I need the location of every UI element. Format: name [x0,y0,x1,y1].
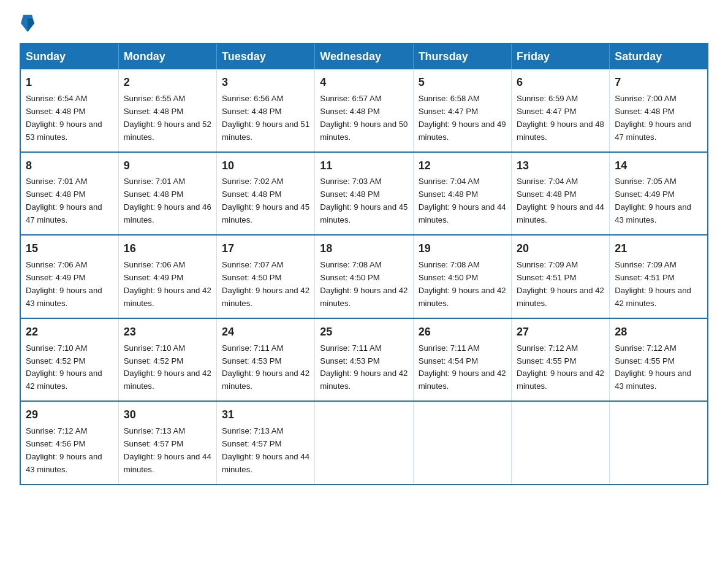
day-cell: 26Sunrise: 7:11 AMSunset: 4:54 PMDayligh… [413,318,511,402]
col-header-sunday: Sunday [20,44,118,69]
sunrise-info: Sunrise: 7:11 AM [222,343,283,353]
calendar-table: SundayMondayTuesdayWednesdayThursdayFrid… [20,43,708,485]
daylight-info: Daylight: 9 hours and 43 minutes. [26,286,102,308]
daylight-info: Daylight: 9 hours and 42 minutes. [419,369,506,391]
day-cell: 19Sunrise: 7:08 AMSunset: 4:50 PMDayligh… [413,235,511,318]
day-number: 13 [517,158,604,175]
week-row-1: 1Sunrise: 6:54 AMSunset: 4:48 PMDaylight… [20,69,708,152]
daylight-info: Daylight: 9 hours and 45 minutes. [320,202,408,224]
day-number: 10 [222,158,309,175]
day-cell: 22Sunrise: 7:10 AMSunset: 4:52 PMDayligh… [20,318,118,402]
sunset-info: Sunset: 4:50 PM [222,273,282,282]
sunset-info: Sunset: 4:48 PM [26,107,86,116]
day-cell: 27Sunrise: 7:12 AMSunset: 4:55 PMDayligh… [511,318,609,402]
daylight-info: Daylight: 9 hours and 43 minutes. [26,452,102,474]
sunrise-info: Sunrise: 6:57 AM [320,94,381,103]
sunrise-info: Sunrise: 6:55 AM [124,94,185,103]
day-number: 15 [26,240,113,258]
daylight-info: Daylight: 9 hours and 47 minutes. [615,120,691,142]
sunset-info: Sunset: 4:55 PM [517,356,577,366]
day-cell: 4Sunrise: 6:57 AMSunset: 4:48 PMDaylight… [315,69,413,152]
day-number: 26 [419,324,506,341]
day-cell: 30Sunrise: 7:13 AMSunset: 4:57 PMDayligh… [118,401,216,484]
day-cell: 16Sunrise: 7:06 AMSunset: 4:49 PMDayligh… [118,235,216,318]
daylight-info: Daylight: 9 hours and 42 minutes. [26,369,102,391]
sunset-info: Sunset: 4:52 PM [26,356,86,366]
sunset-info: Sunset: 4:47 PM [419,107,479,116]
sunset-info: Sunset: 4:48 PM [517,190,577,199]
day-cell [610,401,708,484]
daylight-info: Daylight: 9 hours and 42 minutes. [124,369,211,391]
sunrise-info: Sunrise: 7:12 AM [615,343,676,353]
sunset-info: Sunset: 4:48 PM [26,190,86,199]
day-cell [413,401,511,484]
day-cell: 15Sunrise: 7:06 AMSunset: 4:49 PMDayligh… [20,235,118,318]
day-cell: 5Sunrise: 6:58 AMSunset: 4:47 PMDaylight… [413,69,511,152]
daylight-info: Daylight: 9 hours and 45 minutes. [222,202,309,224]
day-cell: 13Sunrise: 7:04 AMSunset: 4:48 PMDayligh… [511,152,609,236]
day-cell: 9Sunrise: 7:01 AMSunset: 4:48 PMDaylight… [118,152,216,236]
sunset-info: Sunset: 4:49 PM [26,273,86,282]
sunset-info: Sunset: 4:48 PM [222,190,282,199]
day-number: 20 [517,240,604,258]
daylight-info: Daylight: 9 hours and 42 minutes. [222,286,309,308]
day-cell [511,401,609,484]
day-number: 18 [320,240,408,258]
sunset-info: Sunset: 4:47 PM [517,107,577,116]
sunrise-info: Sunrise: 7:11 AM [419,343,480,353]
day-number: 6 [517,74,604,91]
day-cell: 2Sunrise: 6:55 AMSunset: 4:48 PMDaylight… [118,69,216,152]
day-cell: 3Sunrise: 6:56 AMSunset: 4:48 PMDaylight… [217,69,315,152]
day-cell: 8Sunrise: 7:01 AMSunset: 4:48 PMDaylight… [20,152,118,236]
day-cell: 21Sunrise: 7:09 AMSunset: 4:51 PMDayligh… [610,235,708,318]
daylight-info: Daylight: 9 hours and 42 minutes. [517,369,604,391]
sunrise-info: Sunrise: 7:09 AM [615,260,676,269]
sunrise-info: Sunrise: 7:12 AM [517,343,578,353]
col-header-tuesday: Tuesday [217,44,315,69]
day-cell: 31Sunrise: 7:13 AMSunset: 4:57 PMDayligh… [217,401,315,484]
day-number: 21 [615,240,702,258]
day-cell: 14Sunrise: 7:05 AMSunset: 4:49 PMDayligh… [610,152,708,236]
sunset-info: Sunset: 4:54 PM [419,356,479,366]
day-number: 27 [517,324,604,341]
sunset-info: Sunset: 4:51 PM [615,273,675,282]
sunset-info: Sunset: 4:55 PM [615,356,675,366]
sunrise-info: Sunrise: 7:08 AM [419,260,480,269]
sunset-info: Sunset: 4:49 PM [124,273,184,282]
sunrise-info: Sunrise: 7:13 AM [124,426,185,435]
day-number: 14 [615,158,702,175]
sunrise-info: Sunrise: 7:13 AM [222,426,283,435]
sunset-info: Sunset: 4:50 PM [320,273,380,282]
sunset-info: Sunset: 4:48 PM [320,107,380,116]
sunset-info: Sunset: 4:48 PM [124,190,184,199]
day-cell: 20Sunrise: 7:09 AMSunset: 4:51 PMDayligh… [511,235,609,318]
daylight-info: Daylight: 9 hours and 44 minutes. [419,202,506,224]
sunrise-info: Sunrise: 7:10 AM [26,343,87,353]
daylight-info: Daylight: 9 hours and 44 minutes. [124,452,211,474]
day-cell: 11Sunrise: 7:03 AMSunset: 4:48 PMDayligh… [315,152,413,236]
day-number: 17 [222,240,309,258]
day-cell: 1Sunrise: 6:54 AMSunset: 4:48 PMDaylight… [20,69,118,152]
sunset-info: Sunset: 4:49 PM [615,190,675,199]
sunrise-info: Sunrise: 6:54 AM [26,94,87,103]
sunset-info: Sunset: 4:56 PM [26,439,86,448]
daylight-info: Daylight: 9 hours and 43 minutes. [615,369,691,391]
sunset-info: Sunset: 4:53 PM [320,356,380,366]
day-number: 19 [419,240,506,258]
daylight-info: Daylight: 9 hours and 42 minutes. [517,286,604,308]
day-number: 25 [320,324,408,341]
daylight-info: Daylight: 9 hours and 53 minutes. [26,120,102,142]
day-number: 28 [615,324,702,341]
sunrise-info: Sunrise: 7:07 AM [222,260,283,269]
daylight-info: Daylight: 9 hours and 48 minutes. [517,120,604,142]
sunset-info: Sunset: 4:48 PM [124,107,184,116]
week-row-2: 8Sunrise: 7:01 AMSunset: 4:48 PMDaylight… [20,152,708,236]
sunset-info: Sunset: 4:48 PM [615,107,675,116]
week-row-3: 15Sunrise: 7:06 AMSunset: 4:49 PMDayligh… [20,235,708,318]
daylight-info: Daylight: 9 hours and 43 minutes. [615,202,691,224]
sunrise-info: Sunrise: 7:03 AM [320,177,381,186]
sunrise-info: Sunrise: 7:12 AM [26,426,87,435]
sunrise-info: Sunrise: 7:06 AM [124,260,185,269]
daylight-info: Daylight: 9 hours and 44 minutes. [517,202,604,224]
day-cell: 7Sunrise: 7:00 AMSunset: 4:48 PMDaylight… [610,69,708,152]
